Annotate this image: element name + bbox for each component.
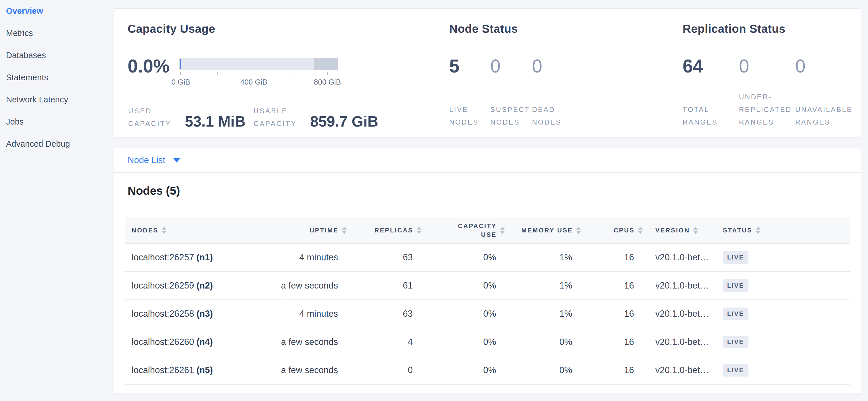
column-label: REPLICAS (374, 226, 413, 235)
cell-memory-use: 1% (505, 300, 581, 328)
sort-icon (162, 227, 166, 234)
cell-node-address: localhost:26260 (n4) (125, 328, 280, 356)
node-list-dropdown[interactable]: Node List (128, 155, 180, 165)
sidebar-item-jobs[interactable]: Jobs (6, 117, 114, 139)
column-label: UPTIME (310, 226, 339, 235)
cell-status: LIVE (715, 244, 849, 271)
cluster-summary-card: Capacity Usage 0.0% 0 GiB 400 GiB 800 Gi… (114, 8, 861, 137)
sort-icon (576, 227, 581, 234)
gauge-tick (180, 72, 181, 75)
sidebar-item-overview[interactable]: Overview (6, 6, 114, 28)
cell-cpus: 16 (581, 328, 643, 356)
capacity-gauge: 0 GiB 400 GiB 800 GiB (179, 58, 338, 70)
stat-label: TOTAL RANGES (683, 103, 734, 128)
cell-capacity-use: 0% (421, 271, 505, 300)
table-row[interactable]: localhost:26260 (n4)a few seconds40%0%16… (125, 328, 849, 356)
column-label: STATUS (723, 226, 752, 235)
cell-capacity-use: 0% (421, 300, 505, 328)
column-label: VERSION (655, 226, 690, 235)
stat-value: 0 (532, 57, 542, 75)
stat-value: 859.7 GiB (310, 114, 378, 130)
cell-version: v20.1.0-bet… (643, 356, 715, 384)
capacity-gauge-reserved-segment (314, 58, 338, 70)
column-header-version[interactable]: VERSION (643, 218, 715, 244)
sidebar-nav-list: OverviewMetricsDatabasesStatementsNetwor… (6, 6, 114, 161)
stat-label: UNAVAILABLE RANGES (795, 103, 846, 128)
stat-value: 64 (683, 57, 739, 75)
column-header-nodes[interactable]: NODES (125, 218, 280, 244)
column-label: CAPACITY USE (454, 222, 497, 239)
chevron-down-icon (173, 158, 180, 163)
cell-node-address: localhost:26257 (n1) (125, 244, 280, 271)
gauge-tick (328, 72, 328, 75)
cell-replicas: 63 (347, 244, 421, 271)
column-label: MEMORY USE (521, 226, 573, 235)
capacity-stat: USED CAPACITY53.1 MiB (128, 105, 245, 130)
nodes-table: NODESUPTIMEREPLICASCAPACITY USEMEMORY US… (125, 218, 849, 384)
column-header-uptime[interactable]: UPTIME (280, 218, 347, 244)
stat-value: 0 (795, 57, 806, 75)
gauge-tick (290, 72, 291, 75)
table-row[interactable]: localhost:26257 (n1)4 minutes630%1%16v20… (125, 244, 849, 271)
cell-memory-use: 1% (505, 244, 581, 271)
node-status-title: Node Status (449, 23, 518, 35)
status-badge: LIVE (723, 308, 748, 320)
column-header-memory[interactable]: MEMORY USE (505, 218, 581, 244)
node-id: (n4) (196, 337, 213, 347)
cell-version: v20.1.0-bet… (643, 300, 715, 328)
table-row[interactable]: localhost:26259 (n2)a few seconds610%1%1… (125, 271, 849, 300)
stat-label: LIVE NODES (449, 103, 490, 128)
cell-status: LIVE (715, 271, 849, 300)
stat-value: 5 (449, 57, 490, 75)
sidebar: OverviewMetricsDatabasesStatementsNetwor… (0, 0, 114, 401)
column-header-cpus[interactable]: CPUS (581, 218, 643, 244)
status-badge: LIVE (723, 251, 748, 264)
cell-version: v20.1.0-bet… (643, 328, 715, 356)
column-header-status[interactable]: STATUS (715, 218, 849, 244)
node-list-header-row: Node List (114, 148, 861, 173)
cell-memory-use: 1% (505, 271, 581, 300)
gauge-tick-label: 800 GiB (314, 78, 341, 87)
capacity-gauge-used-segment (180, 59, 181, 69)
nodes-table-header-row: NODESUPTIMEREPLICASCAPACITY USEMEMORY US… (125, 218, 849, 244)
capacity-usage-title: Capacity Usage (128, 23, 215, 35)
table-row[interactable]: localhost:26261 (n5)a few seconds00%0%16… (125, 356, 849, 384)
column-header-replicas[interactable]: REPLICAS (347, 218, 421, 244)
cell-cpus: 16 (581, 244, 643, 271)
cell-version: v20.1.0-bet… (643, 244, 715, 271)
cell-uptime: 4 minutes (280, 244, 347, 271)
node-status-labels: LIVE NODESSUSPECT NODESDEAD NODES (449, 103, 583, 128)
node-id: (n3) (196, 309, 213, 319)
node-id: (n2) (196, 281, 213, 290)
sidebar-item-databases[interactable]: Databases (6, 51, 114, 73)
nodes-table-body: localhost:26257 (n1)4 minutes630%1%16v20… (125, 244, 849, 384)
node-address: localhost:26260 (132, 337, 194, 347)
node-list-dropdown-label: Node List (128, 155, 165, 165)
node-address: localhost:26258 (132, 309, 194, 319)
capacity-stat: USABLE CAPACITY859.7 GiB (253, 105, 378, 130)
stat-value: 0 (490, 57, 532, 75)
sort-icon (693, 227, 698, 234)
cell-uptime: 4 minutes (280, 300, 347, 328)
table-row[interactable]: localhost:26258 (n3)4 minutes630%1%16v20… (125, 300, 849, 328)
cell-replicas: 4 (347, 328, 421, 356)
cell-cpus: 16 (581, 300, 643, 328)
sidebar-item-statements[interactable]: Statements (6, 73, 114, 95)
stat-label: SUSPECT NODES (490, 103, 532, 128)
cell-node-address: localhost:26259 (n2) (125, 271, 280, 300)
status-badge: LIVE (723, 279, 748, 292)
sort-icon (500, 227, 505, 234)
column-header-capacity[interactable]: CAPACITY USE (421, 218, 505, 244)
cell-capacity-use: 0% (421, 356, 505, 384)
gauge-tick (217, 72, 218, 75)
cell-status: LIVE (715, 328, 849, 356)
capacity-stats: USED CAPACITY53.1 MiBUSABLE CAPACITY859.… (128, 105, 378, 130)
node-id: (n1) (196, 252, 213, 262)
node-id: (n5) (196, 365, 213, 375)
sidebar-item-advanced-debug[interactable]: Advanced Debug (6, 139, 114, 161)
column-label: NODES (132, 226, 158, 235)
sidebar-item-network-latency[interactable]: Network Latency (6, 95, 114, 117)
nodes-count-title: Nodes (5) (128, 184, 180, 197)
sidebar-item-metrics[interactable]: Metrics (6, 28, 114, 51)
node-list-card: Node List Nodes (5) NODESUPTIMEREPLICASC… (114, 148, 861, 394)
